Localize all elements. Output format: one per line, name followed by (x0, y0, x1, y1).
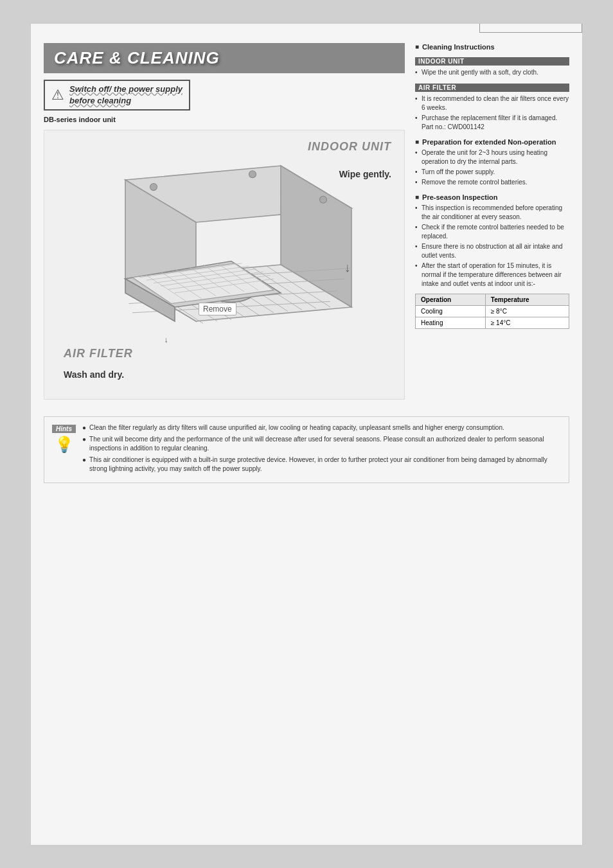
table-cell-operation: Heating (416, 317, 486, 328)
table-cell-operation: Cooling (416, 305, 486, 317)
left-column: CARE & CLEANING ⚠ Switch off/ the power … (44, 43, 405, 406)
lightbulb-icon: 💡 (55, 436, 74, 454)
hint-text: The unit will become dirty and the perfo… (89, 435, 561, 453)
svg-point-38 (150, 183, 157, 190)
care-cleaning-header: CARE & CLEANING (44, 43, 405, 73)
table-row: Cooling ≥ 8°C (416, 305, 569, 317)
list-item: Turn off the power supply. (415, 168, 569, 177)
indoor-unit-section: INDOOR UNIT Wipe the unit gently with a … (415, 57, 569, 77)
db-series-label: DB-series indoor unit (44, 116, 405, 123)
list-item: ● The unit will become dirty and the per… (82, 435, 561, 453)
table-header-temperature: Temperature (485, 294, 569, 305)
hints-icon-column: Hints 💡 (52, 423, 76, 476)
list-item: Purchase the replacement filter if it is… (415, 114, 569, 132)
svg-point-40 (320, 196, 327, 203)
list-item: Operate the unit for 2~3 hours using hea… (415, 148, 569, 166)
table-header-operation: Operation (416, 294, 486, 305)
list-item: Remove the remote control batteries. (415, 178, 569, 187)
indoor-unit-diagram-label: INDOOR UNIT (308, 140, 391, 154)
air-filter-bullets: It is recommended to clean the air filte… (415, 94, 569, 132)
cleaning-instructions-header: Cleaning Instructions (415, 43, 569, 51)
preparation-bullets: Operate the unit for 2~3 hours using hea… (415, 148, 569, 187)
list-item: ● Clean the filter regularly as dirty fi… (82, 423, 561, 432)
svg-text:↓: ↓ (344, 260, 351, 274)
wipe-gently-label: Wipe gently. (339, 169, 391, 179)
table-cell-temperature: ≥ 8°C (485, 305, 569, 317)
svg-text:↓: ↓ (164, 335, 168, 344)
table-row: Heating ≥ 14°C (416, 317, 569, 328)
bullet-icon: ● (82, 435, 86, 453)
table-cell-temperature: ≥ 14°C (485, 317, 569, 328)
pre-season-bullets: This inspection is recommended before op… (415, 204, 569, 288)
list-item: Wipe the unit gently with a soft, dry cl… (415, 68, 569, 77)
preparation-section: Preparation for extended Non-operation O… (415, 138, 569, 187)
indoor-unit-subheader: INDOOR UNIT (415, 57, 569, 66)
svg-point-39 (249, 171, 256, 178)
bullet-icon: ● (82, 456, 86, 474)
air-filter-subheader: AIR FILTER (415, 84, 569, 92)
warning-box: ⚠ Switch off/ the power supply before cl… (44, 80, 190, 111)
warning-text: Switch off/ the power supply before clea… (69, 84, 182, 107)
list-item: Ensure there is no obstruction at all ai… (415, 242, 569, 260)
preparation-header: Preparation for extended Non-operation (415, 138, 569, 146)
list-item: This inspection is recommended before op… (415, 204, 569, 222)
main-content: CARE & CLEANING ⚠ Switch off/ the power … (44, 43, 569, 406)
hints-label: Hints (52, 425, 76, 433)
list-item: Check if the remote control batteries ne… (415, 223, 569, 241)
temperature-table: Operation Temperature Cooling ≥ 8°C Heat… (415, 294, 569, 329)
remove-label: Remove (199, 303, 236, 315)
air-filter-diagram-label: AIR FILTER (64, 347, 133, 360)
warning-icon: ⚠ (51, 87, 64, 103)
bullet-icon: ● (82, 423, 86, 432)
list-item: It is recommended to clean the air filte… (415, 94, 569, 112)
diagram-area: INDOOR UNIT Wipe gently. (44, 130, 405, 400)
wash-dry-label: Wash and dry. (64, 369, 124, 380)
list-item: ● This air conditioner is equipped with … (82, 456, 561, 474)
top-border-strip (479, 24, 582, 33)
hints-content: ● Clean the filter regularly as dirty fi… (82, 423, 561, 476)
hint-text: Clean the filter regularly as dirty filt… (89, 423, 504, 432)
air-filter-section: AIR FILTER It is recommended to clean th… (415, 84, 569, 132)
list-item: After the start of operation for 15 minu… (415, 261, 569, 288)
pre-season-header: Pre-season Inspection (415, 193, 569, 201)
hint-text: This air conditioner is equipped with a … (89, 456, 561, 474)
cleaning-instructions-section: Cleaning Instructions (415, 43, 569, 51)
pre-season-section: Pre-season Inspection This inspection is… (415, 193, 569, 329)
page-title: CARE & CLEANING (54, 48, 395, 68)
page: CARE & CLEANING ⚠ Switch off/ the power … (30, 23, 583, 846)
indoor-unit-bullets: Wipe the unit gently with a soft, dry cl… (415, 68, 569, 77)
hints-section: Hints 💡 ● Clean the filter regularly as … (44, 416, 569, 483)
right-column: Cleaning Instructions INDOOR UNIT Wipe t… (415, 43, 569, 406)
